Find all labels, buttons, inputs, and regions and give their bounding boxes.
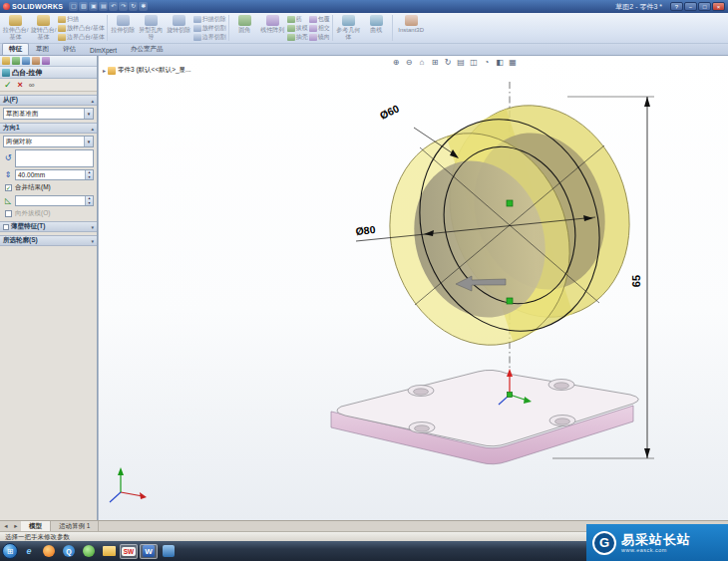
tab-motion-study[interactable]: 运动算例 1 bbox=[51, 521, 99, 531]
plate-hole[interactable] bbox=[408, 386, 434, 397]
ie-taskbar-button[interactable]: e bbox=[20, 544, 38, 559]
zoom-area-icon[interactable]: ⊞ bbox=[429, 57, 441, 68]
tab-sketch[interactable]: 草图 bbox=[29, 43, 56, 55]
3d-scene[interactable]: Ø80 Ø60 65 bbox=[99, 56, 728, 520]
reverse-direction-icon[interactable]: ↺ bbox=[3, 153, 13, 163]
draft-button[interactable]: 拔模 bbox=[287, 24, 308, 33]
flyout-tree-label[interactable]: 零件3 (默认<<默认>_显... bbox=[118, 66, 191, 75]
curves-button[interactable]: 曲线 bbox=[363, 14, 390, 42]
redo-icon[interactable]: ↷ bbox=[119, 2, 128, 11]
from-condition-select[interactable]: 草图基准面 ▾ bbox=[3, 108, 94, 120]
extrude-boss-button[interactable]: 拉伸凸台/基体 bbox=[2, 14, 29, 42]
zoom-fit-icon[interactable]: ⌂ bbox=[416, 57, 428, 68]
draft-outward-checkbox[interactable] bbox=[5, 210, 12, 217]
flyout-expand-icon[interactable]: ▸ bbox=[103, 67, 106, 74]
extrude-handle-bottom[interactable] bbox=[507, 298, 513, 304]
solidworks-taskbar-button[interactable]: SW bbox=[120, 544, 138, 559]
tab-features[interactable]: 特征 bbox=[2, 43, 29, 55]
spin-down-icon[interactable]: ▾ bbox=[86, 201, 93, 206]
save-icon[interactable]: ▣ bbox=[89, 2, 98, 11]
propertymanager-tab-icon[interactable] bbox=[12, 57, 20, 65]
plate-hole[interactable] bbox=[409, 422, 435, 433]
configurationmanager-tab-icon[interactable] bbox=[22, 57, 30, 65]
spin-down-icon[interactable]: ▾ bbox=[86, 175, 93, 180]
intersect-button[interactable]: 相交 bbox=[309, 24, 330, 33]
display-style-icon[interactable]: ▤ bbox=[455, 57, 467, 68]
revolve-boss-button[interactable]: 旋转凸台/基体 bbox=[30, 14, 57, 42]
rotate-view-icon[interactable]: ↻ bbox=[442, 57, 454, 68]
merge-result-checkbox-row[interactable]: ✓ 合并结果(M) bbox=[5, 183, 92, 192]
diameter-60-dimension[interactable]: Ø60 bbox=[378, 102, 401, 121]
cancel-button[interactable]: × bbox=[18, 80, 23, 90]
explorer-taskbar-button[interactable] bbox=[100, 544, 118, 559]
instant3d-button[interactable]: Instant3D bbox=[395, 14, 428, 42]
spinner-control[interactable]: ▴ ▾ bbox=[85, 170, 93, 179]
zoom-out-icon[interactable]: ⊖ bbox=[403, 57, 415, 68]
sweep-cut-button[interactable]: 扫描切除 bbox=[193, 15, 226, 24]
start-button[interactable]: ⊞ bbox=[2, 543, 18, 559]
tab-scroll-next-icon[interactable]: ▸ bbox=[11, 521, 21, 531]
hole-wizard-button[interactable]: 异型孔向导 bbox=[138, 14, 165, 42]
merge-result-checkbox[interactable]: ✓ bbox=[5, 184, 12, 191]
direction1-section-header[interactable]: 方向1 ▴ bbox=[0, 123, 97, 134]
revolve-cut-button[interactable]: 旋转切除 bbox=[166, 14, 192, 42]
boundary-cut-button[interactable]: 边界切割 bbox=[193, 33, 226, 42]
direction-reference-box[interactable] bbox=[15, 149, 94, 167]
origin-handle[interactable] bbox=[508, 393, 513, 398]
selected-contours-section-header[interactable]: 所选轮廓(S) ▾ bbox=[0, 235, 97, 246]
end-condition-select[interactable]: 两侧对称 ▾ bbox=[3, 136, 94, 147]
tab-dimxpert[interactable]: DimXpert bbox=[83, 45, 124, 55]
fillet-button[interactable]: 圆角 bbox=[231, 14, 258, 42]
spinner-control[interactable]: ▴ ▾ bbox=[85, 196, 93, 205]
tab-evaluate[interactable]: 评估 bbox=[56, 43, 83, 55]
diameter-80-dimension[interactable]: Ø80 bbox=[355, 223, 376, 237]
close-button[interactable]: × bbox=[712, 2, 725, 11]
rib-button[interactable]: 筋 bbox=[287, 15, 308, 24]
tab-model[interactable]: 模型 bbox=[21, 521, 51, 531]
extrude-handle-top[interactable] bbox=[507, 200, 513, 206]
thin-feature-checkbox[interactable] bbox=[3, 224, 9, 230]
rebuild-icon[interactable]: ↻ bbox=[129, 2, 138, 11]
base-plate[interactable] bbox=[331, 369, 638, 464]
options-icon[interactable]: ✱ bbox=[139, 2, 148, 11]
extrude-preview-cylinder[interactable] bbox=[363, 82, 656, 369]
from-section-header[interactable]: 从(F) ▴ bbox=[0, 95, 97, 106]
shell-button[interactable]: 抽壳 bbox=[287, 33, 308, 42]
wrap-button[interactable]: 包覆 bbox=[309, 15, 330, 24]
print-icon[interactable]: ▤ bbox=[99, 2, 108, 11]
ok-button[interactable]: ✓ bbox=[4, 80, 12, 90]
undo-icon[interactable]: ↶ bbox=[109, 2, 118, 11]
extrude-cut-button[interactable]: 拉伸切除 bbox=[110, 14, 137, 42]
help-button[interactable]: ? bbox=[670, 2, 683, 11]
sweep-button[interactable]: 扫描 bbox=[58, 15, 105, 24]
preview-glasses-icon[interactable]: ∞ bbox=[29, 81, 35, 90]
section-view-icon[interactable]: ◫ bbox=[468, 57, 480, 68]
hide-show-items-icon[interactable]: ◔ bbox=[481, 57, 493, 68]
depth-input[interactable]: 40.00mm ▴ ▾ bbox=[15, 169, 94, 180]
minimize-button[interactable]: − bbox=[684, 2, 697, 11]
new-file-icon[interactable]: ▢ bbox=[69, 2, 78, 11]
thin-feature-section-header[interactable]: 薄壁特征(T) ▾ bbox=[0, 221, 97, 232]
tab-office[interactable]: 办公室产品 bbox=[124, 43, 171, 55]
height-65-dimension[interactable]: 65 bbox=[630, 275, 642, 287]
linear-pattern-button[interactable]: 线性阵列 bbox=[259, 14, 286, 42]
mirror-button[interactable]: 镜向 bbox=[309, 33, 330, 42]
draft-angle-input[interactable]: ▴ ▾ bbox=[15, 195, 94, 206]
view-orientation-icon[interactable]: ▦ bbox=[507, 57, 519, 68]
qq-taskbar-button[interactable]: Q bbox=[60, 544, 78, 559]
loft-button[interactable]: 放样凸台/基体 bbox=[58, 24, 105, 33]
loft-cut-button[interactable]: 放样切割 bbox=[193, 24, 226, 33]
reference-geometry-button[interactable]: 参考几何体 bbox=[335, 14, 362, 42]
firefox-taskbar-button[interactable] bbox=[40, 544, 58, 559]
featuremanager-tab-icon[interactable] bbox=[2, 57, 10, 65]
flyout-feature-tree[interactable]: ▸ 零件3 (默认<<默认>_显... bbox=[103, 66, 191, 75]
draft-outward-checkbox-row[interactable]: 向外拔模(O) bbox=[5, 209, 92, 218]
zoom-in-icon[interactable]: ⊕ bbox=[390, 57, 402, 68]
graphics-area[interactable]: Ø80 Ø60 65 ⊕ ⊖ bbox=[98, 56, 728, 520]
appearance-icon[interactable]: ◧ bbox=[494, 57, 506, 68]
security-taskbar-button[interactable] bbox=[80, 544, 98, 559]
boundary-boss-button[interactable]: 边界凸台/基体 bbox=[58, 33, 105, 42]
plate-hole[interactable] bbox=[549, 416, 575, 426]
plate-hole[interactable] bbox=[548, 380, 574, 391]
word-taskbar-button[interactable]: W bbox=[140, 544, 158, 559]
